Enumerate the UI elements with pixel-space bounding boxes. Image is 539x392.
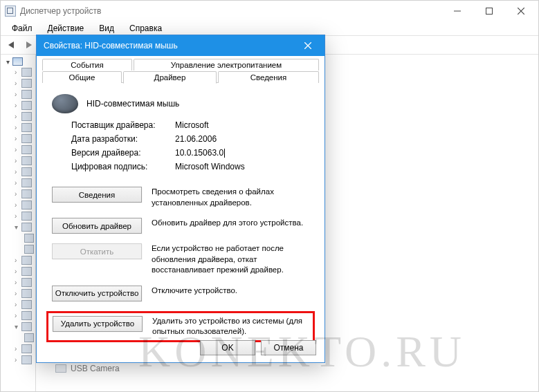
tree-node[interactable]: › xyxy=(15,256,34,265)
tree-node[interactable]: › xyxy=(15,311,34,320)
device-category-icon xyxy=(21,101,32,110)
dm-titlebar[interactable]: Диспетчер устройств xyxy=(1,1,538,21)
device-category-icon xyxy=(21,256,32,265)
driver-date-label: Дата разработки: xyxy=(71,134,175,144)
update-driver-button[interactable]: Обновить драйвер xyxy=(52,218,142,234)
driver-signer-value: Microsoft Windows xyxy=(175,162,245,171)
device-category-icon xyxy=(21,344,32,353)
minimize-button[interactable] xyxy=(441,1,473,21)
toolbar-back-button[interactable] xyxy=(3,37,19,53)
tree-leaf[interactable] xyxy=(24,245,34,254)
device-category-icon xyxy=(21,79,32,88)
device-icon xyxy=(24,234,34,243)
dialog-title: Свойства: HID-совместимая мышь xyxy=(44,41,294,50)
tree-node[interactable]: › xyxy=(15,134,34,143)
tree-node[interactable]: › xyxy=(15,300,34,309)
close-button[interactable] xyxy=(505,1,537,21)
device-category-icon xyxy=(21,189,32,198)
device-category-icon xyxy=(21,223,32,232)
dm-menubar: Файл Действие Вид Справка xyxy=(1,21,538,35)
tree-node[interactable]: › xyxy=(15,178,34,187)
uninstall-device-desc: Удалить это устройство из системы (для о… xyxy=(152,316,309,337)
tree-node[interactable]: › xyxy=(15,156,34,165)
tree-node[interactable]: › xyxy=(15,101,34,110)
dialog-close-button[interactable] xyxy=(294,35,322,56)
tree-node-expanded[interactable]: ▾ xyxy=(15,322,34,331)
tree-item-usb-camera[interactable]: USB Camera xyxy=(55,364,120,373)
device-category-icon xyxy=(21,289,32,298)
tree-node[interactable]: › xyxy=(15,267,34,276)
driver-provider-value: Microsoft xyxy=(175,120,209,130)
tree-node[interactable]: › xyxy=(15,212,34,221)
device-properties-dialog: Свойства: HID-совместимая мышь События У… xyxy=(36,35,325,363)
device-category-icon xyxy=(21,178,32,187)
menu-help[interactable]: Справка xyxy=(124,23,167,34)
tab-details[interactable]: Сведения xyxy=(218,71,319,83)
dm-tree[interactable]: ▾ › › › › › › › › › › › › › › ▾ › › › › … xyxy=(1,55,35,391)
dm-title: Диспетчер устройств xyxy=(20,6,101,16)
device-manager-icon xyxy=(5,6,16,17)
disable-device-desc: Отключите устройство. xyxy=(152,286,312,301)
chevron-down-icon: ▾ xyxy=(6,58,10,66)
tab-power[interactable]: Управление электропитанием xyxy=(134,59,319,71)
menu-action[interactable]: Действие xyxy=(42,23,90,34)
rollback-driver-button: Откатить xyxy=(52,243,142,259)
tree-node[interactable]: › xyxy=(15,355,34,364)
tree-node-expanded[interactable]: ▾ xyxy=(15,223,34,232)
driver-info: Поставщик драйвера: Microsoft Дата разра… xyxy=(42,120,319,171)
driver-date-value: 21.06.2006 xyxy=(175,134,217,144)
tree-leaf[interactable] xyxy=(24,333,34,342)
tab-general[interactable]: Общие xyxy=(42,71,122,83)
tree-node[interactable]: › xyxy=(15,278,34,287)
maximize-button[interactable] xyxy=(473,1,505,21)
driver-details-button[interactable]: Сведения xyxy=(52,187,142,203)
device-category-icon xyxy=(21,311,32,320)
tree-node[interactable]: › xyxy=(15,200,34,209)
device-category-icon xyxy=(21,200,32,209)
device-category-icon xyxy=(21,212,32,221)
dialog-titlebar[interactable]: Свойства: HID-совместимая мышь xyxy=(37,35,325,56)
disable-device-button[interactable]: Отключить устройство xyxy=(52,286,142,301)
device-category-icon xyxy=(21,355,32,364)
arrow-right-icon xyxy=(26,41,32,48)
arrow-left-icon xyxy=(8,41,14,48)
tree-node[interactable]: › xyxy=(15,123,34,132)
tree-node[interactable]: › xyxy=(15,79,34,88)
device-name-label: HID-совместимая мышь xyxy=(86,99,179,109)
device-category-icon xyxy=(21,278,32,287)
tree-root[interactable]: ▾ xyxy=(6,57,34,66)
device-category-icon xyxy=(21,167,32,176)
tree-node[interactable]: › xyxy=(15,289,34,298)
device-category-icon xyxy=(21,112,32,121)
tree-leaf[interactable] xyxy=(24,234,34,243)
uninstall-highlight: Удалить устройство Удалить это устройств… xyxy=(46,311,315,342)
tree-node[interactable]: › xyxy=(15,68,34,77)
device-icon xyxy=(24,245,34,254)
driver-version-value: 10.0.15063.0 xyxy=(175,148,225,158)
computer-icon xyxy=(12,57,23,66)
tree-node[interactable]: › xyxy=(15,189,34,198)
menu-file[interactable]: Файл xyxy=(6,23,38,34)
device-category-icon xyxy=(21,267,32,276)
device-category-icon xyxy=(21,90,32,99)
menu-view[interactable]: Вид xyxy=(93,23,120,34)
tree-node[interactable]: › xyxy=(15,167,34,176)
device-category-icon xyxy=(21,134,32,143)
driver-details-desc: Просмотреть сведения о файлах установлен… xyxy=(152,187,312,208)
tree-node[interactable]: › xyxy=(15,344,34,353)
uninstall-device-button[interactable]: Удалить устройство xyxy=(53,316,143,332)
tab-driver[interactable]: Драйвер xyxy=(123,71,217,84)
cancel-button[interactable]: Отмена xyxy=(261,340,316,355)
text-caret xyxy=(224,149,225,158)
svg-rect-0 xyxy=(486,8,493,15)
device-category-icon xyxy=(21,123,32,132)
tree-node[interactable]: › xyxy=(15,112,34,121)
driver-version-label: Версия драйвера: xyxy=(71,148,175,158)
ok-button[interactable]: OK xyxy=(200,340,255,355)
tree-node[interactable]: › xyxy=(15,145,34,154)
update-driver-desc: Обновить драйвер для этого устройства. xyxy=(152,218,312,234)
toolbar-forward-button[interactable] xyxy=(21,37,37,53)
tree-node[interactable]: › xyxy=(15,90,34,99)
device-icon xyxy=(24,333,34,342)
tab-events[interactable]: События xyxy=(42,59,132,71)
